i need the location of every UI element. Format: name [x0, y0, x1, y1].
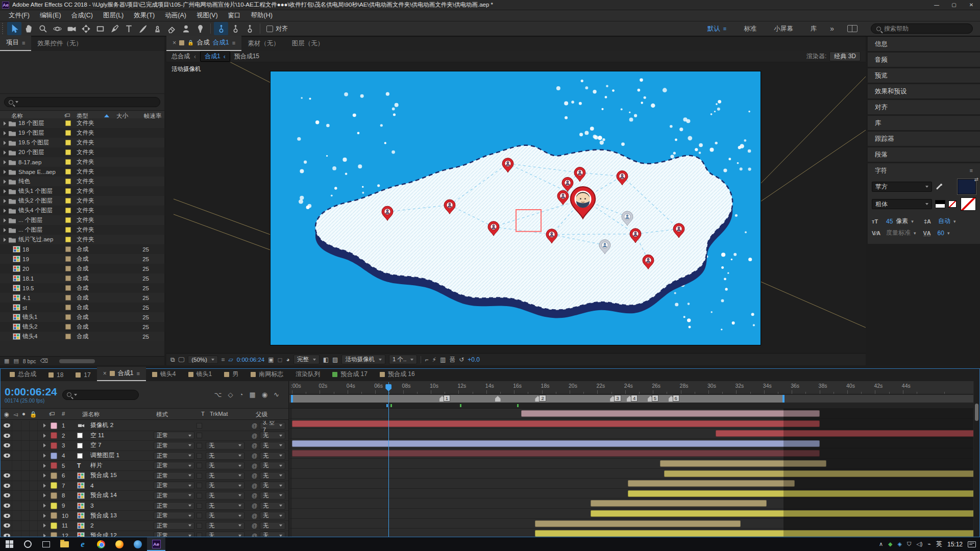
twirl-icon[interactable]	[4, 160, 6, 164]
camera-view-select[interactable]: 活动摄像机	[341, 355, 385, 364]
layer-row[interactable]: 74正常无@无	[1, 481, 288, 491]
trkmat-select[interactable]: 无	[206, 452, 244, 460]
project-tab-1[interactable]: 效果控件（无）	[31, 37, 88, 51]
trkmat-select[interactable]: 无	[206, 532, 244, 537]
twirl-icon[interactable]	[4, 131, 6, 135]
twirl-icon[interactable]	[43, 493, 46, 497]
layer-visibility-icon[interactable]	[4, 523, 10, 528]
layer-label-chip[interactable]	[51, 492, 57, 499]
camera-tool[interactable]	[64, 22, 79, 35]
parent-pickwhip-icon[interactable]: @	[252, 422, 257, 429]
blend-mode-select[interactable]: 正常	[154, 452, 194, 460]
brush-tool[interactable]	[136, 22, 150, 35]
label-color-chip[interactable]	[65, 227, 71, 233]
layer-visibility-icon[interactable]	[4, 514, 10, 518]
network-icon[interactable]: ⌁	[927, 541, 931, 547]
project-item[interactable]: 18合成25	[0, 244, 164, 254]
taskbar-firefox[interactable]	[110, 537, 129, 551]
project-item[interactable]: 4.1合成25	[0, 293, 164, 303]
project-item[interactable]: 19合成25	[0, 254, 164, 264]
panel-menu-icon[interactable]: ≡	[136, 370, 139, 377]
eraser-tool[interactable]	[164, 22, 179, 35]
tab-layer[interactable]: 图层（无）	[286, 37, 330, 51]
parent-pickwhip-icon[interactable]: @	[252, 453, 257, 459]
label-color-chip[interactable]	[65, 305, 71, 310]
layer-label-chip[interactable]	[51, 512, 57, 519]
menu-item-4[interactable]: 效果(T)	[129, 10, 159, 21]
timeline-tab-4[interactable]: 镜头4	[146, 368, 182, 381]
magnification-select[interactable]: (50%)	[188, 356, 218, 364]
layer-row[interactable]: 12预合成 12正常无@无	[1, 531, 288, 537]
twirl-icon[interactable]	[43, 514, 46, 518]
timeline-tab-5[interactable]: 镜头1	[182, 368, 218, 381]
column-number[interactable]: #	[62, 411, 65, 417]
close-icon[interactable]: ×	[173, 39, 176, 46]
layer-label-chip[interactable]	[51, 472, 57, 479]
input-language-indicator[interactable]: 英	[936, 540, 942, 548]
blend-mode-select[interactable]: 正常	[154, 472, 194, 480]
twirl-icon[interactable]	[4, 209, 6, 213]
layer-label-chip[interactable]	[51, 503, 57, 509]
taskbar-after-effects[interactable]: Ae	[147, 537, 165, 551]
project-search-input[interactable]	[4, 97, 160, 107]
blend-mode-select[interactable]: 正常	[154, 522, 194, 530]
layer-row[interactable]: 1摄像机 2@3. 空 7	[1, 421, 288, 431]
project-item[interactable]: 纯色文件夹	[0, 177, 164, 186]
blend-mode-select[interactable]: 正常	[154, 482, 194, 489]
label-color-chip[interactable]	[65, 246, 71, 252]
hand-tool[interactable]	[21, 22, 36, 35]
sidebar-panel-3[interactable]: 效果和预设	[868, 84, 980, 98]
trkmat-select[interactable]: 无	[206, 462, 244, 469]
pixel-aspect-icon[interactable]: ⌐	[425, 356, 428, 363]
layer-row[interactable]: 112正常无@无	[1, 521, 288, 531]
work-area-end-bracket[interactable]	[782, 395, 785, 403]
stroke-color-swatch[interactable]	[961, 197, 976, 211]
workspace-2[interactable]: 小屏幕	[774, 24, 793, 33]
sidebar-panel-2[interactable]: 预览	[868, 68, 980, 83]
sidebar-panel-4[interactable]: 对齐	[868, 100, 980, 114]
composition-marker[interactable]: 3	[610, 396, 616, 402]
layer-visibility-icon[interactable]	[4, 434, 10, 438]
parent-pickwhip-icon[interactable]: @	[252, 483, 257, 489]
composition-canvas[interactable]	[271, 71, 761, 345]
label-color-chip[interactable]	[65, 188, 71, 194]
panel-menu-icon[interactable]: ≡	[232, 40, 235, 46]
tray-expand-icon[interactable]: ∧	[879, 541, 883, 547]
viewer-timecode[interactable]: 0:00:06:24	[237, 357, 264, 363]
layer-row[interactable]: 3空 7正常无@无	[1, 441, 288, 451]
twirl-icon[interactable]	[4, 170, 6, 174]
workspace-0[interactable]: 默认≡	[707, 24, 726, 33]
flowchart-icon[interactable]: 품	[449, 355, 455, 364]
workspace-menu-icon[interactable]: ≡	[723, 26, 726, 32]
taskbar-task-view[interactable]	[37, 537, 55, 551]
layer-duration-bar[interactable]	[628, 480, 794, 487]
layer-row[interactable]: 8预合成 14正常无@无	[1, 491, 288, 501]
parent-select[interactable]: 无	[260, 532, 285, 537]
twirl-icon[interactable]	[43, 473, 46, 478]
timeline-tab-8[interactable]: 渲染队列	[289, 368, 326, 381]
fast-previews-icon[interactable]: ⚡	[432, 356, 436, 363]
twirl-icon[interactable]	[43, 523, 46, 528]
label-color-chip[interactable]	[65, 217, 71, 223]
layer-visibility-icon[interactable]	[4, 443, 10, 447]
project-item[interactable]: ... 个图层文件夹	[0, 215, 164, 225]
parent-select[interactable]: 无	[260, 472, 285, 480]
layer-row[interactable]: 93正常无@无	[1, 501, 288, 511]
trash-icon[interactable]: ⌫	[40, 358, 48, 364]
project-item[interactable]: 20合成25	[0, 264, 164, 273]
taskbar-browser[interactable]	[129, 537, 147, 551]
parent-pickwhip-icon[interactable]: @	[252, 503, 257, 509]
layer-label-chip[interactable]	[51, 442, 57, 449]
blend-mode-select[interactable]: 正常	[154, 492, 194, 499]
snapshot-icon[interactable]: ▣	[268, 356, 274, 363]
twirl-icon[interactable]	[43, 423, 46, 428]
exposure-value[interactable]: +0.0	[468, 356, 480, 363]
menu-item-7[interactable]: 窗口	[224, 10, 246, 21]
label-color-chip[interactable]	[65, 179, 71, 184]
label-color-chip[interactable]	[65, 285, 71, 291]
project-item[interactable]: 纸片飞过.aep文件夹	[0, 235, 164, 244]
graph-editor-icon[interactable]: ∿	[274, 391, 279, 398]
workspace-1[interactable]: 标准	[744, 24, 756, 33]
twirl-icon[interactable]	[4, 199, 6, 203]
minimize-button[interactable]: —	[928, 0, 945, 10]
